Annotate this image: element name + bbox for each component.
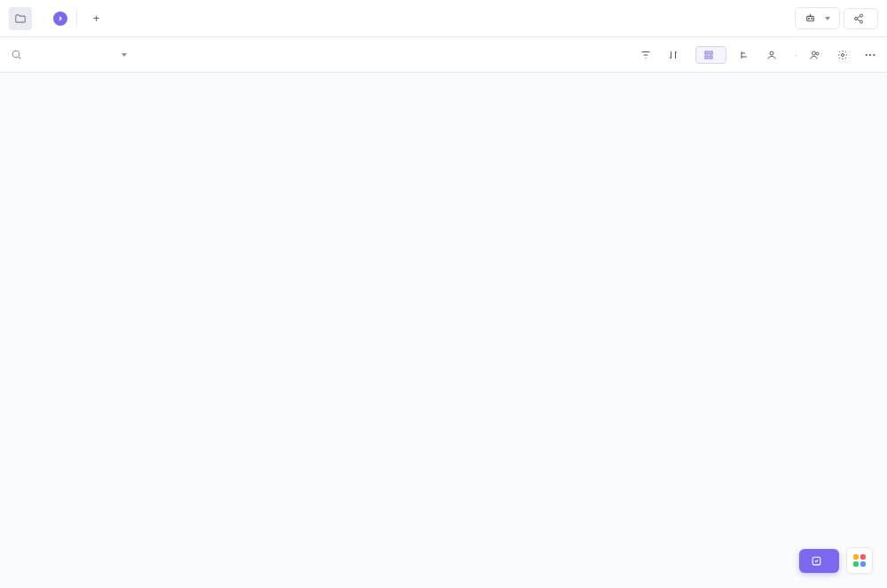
svg-point-6: [12, 51, 20, 58]
show-button[interactable]: [837, 50, 852, 60]
svg-point-12: [812, 51, 815, 55]
chevron-down-icon: [825, 17, 830, 20]
board: [0, 73, 887, 105]
me-button[interactable]: [766, 50, 781, 60]
overflow-arrow-icon[interactable]: [53, 12, 67, 26]
share-icon: [853, 13, 864, 24]
plus-icon: +: [93, 12, 99, 25]
divider: [76, 10, 77, 27]
folder-icon: [9, 7, 32, 30]
svg-rect-7: [705, 51, 708, 54]
people-icon: [810, 50, 820, 60]
group-icon: [703, 50, 714, 60]
svg-point-4: [855, 17, 858, 20]
toolbar: · ···: [0, 37, 887, 73]
person-icon: [766, 50, 777, 60]
svg-point-1: [808, 19, 809, 20]
svg-point-3: [860, 14, 863, 17]
svg-rect-8: [710, 51, 712, 54]
gear-icon: [837, 50, 848, 60]
automate-button[interactable]: [795, 7, 840, 29]
search-input[interactable]: [27, 48, 116, 62]
chevron-down-icon[interactable]: [122, 53, 127, 57]
subtasks-icon: [739, 50, 750, 60]
assignees-button[interactable]: [810, 50, 825, 60]
svg-point-14: [841, 53, 844, 56]
svg-point-5: [860, 20, 863, 23]
robot-icon: [805, 12, 816, 24]
svg-rect-9: [705, 56, 708, 59]
group-button[interactable]: [695, 46, 726, 64]
sort-button[interactable]: [668, 50, 683, 60]
add-view-button[interactable]: +: [86, 8, 111, 29]
filter-button[interactable]: [640, 50, 655, 60]
svg-point-13: [816, 52, 819, 55]
share-button[interactable]: [844, 8, 878, 29]
svg-point-11: [770, 51, 773, 55]
svg-point-2: [812, 19, 812, 20]
search-input-wrap[interactable]: [11, 48, 144, 62]
header: +: [0, 0, 887, 37]
more-button[interactable]: ···: [865, 49, 876, 61]
separator-dot: ·: [794, 48, 797, 61]
search-icon: [11, 49, 22, 60]
svg-rect-10: [710, 56, 712, 59]
filter-icon: [640, 50, 651, 60]
subtasks-button[interactable]: [739, 50, 754, 60]
sort-icon: [668, 50, 679, 60]
